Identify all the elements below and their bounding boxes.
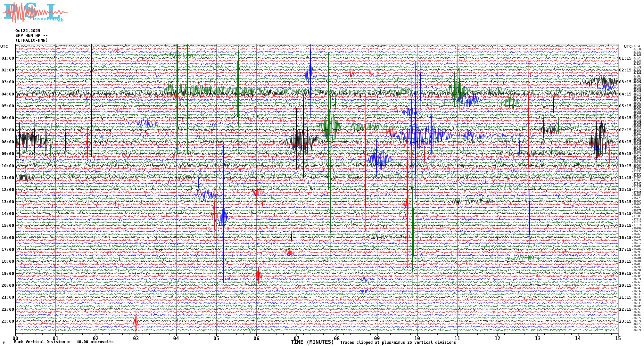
left-time-label: 17:00 [1, 247, 14, 251]
left-time-label: 11:00 [1, 175, 14, 180]
x-tick-label: 05 [213, 336, 219, 342]
x-tick-label: 03 [133, 336, 139, 342]
left-time-label: 20:00 [1, 283, 14, 287]
utc-label-right: UTC [624, 44, 632, 49]
left-time-label: 12:00 [1, 187, 14, 192]
header-station: (EFPALIO-HNN) [15, 38, 48, 43]
clip-note: Traces clipped at plus/minus 25 vertical… [340, 340, 456, 345]
left-time-label: 16:00 [1, 235, 14, 240]
trace-offset-value: -36874 [632, 328, 641, 332]
right-time-label: 05:15 [619, 103, 632, 108]
header-channel: EFP HNN HP -- [15, 33, 48, 38]
left-time-label: 10:00 [1, 163, 14, 168]
left-time-label: 03:00 [1, 79, 14, 84]
x-tick-label: 08 [334, 336, 340, 342]
left-time-label: 09:00 [1, 151, 14, 156]
x-tick-label: 12 [495, 336, 500, 342]
left-time-label: 21:00 [1, 295, 14, 300]
right-time-label: 01:15 [619, 55, 632, 60]
psl-logo: P atras S eismology L ab [3, 1, 68, 25]
left-time-label: 14:00 [1, 211, 14, 216]
utc-label-left: UTC [0, 44, 8, 49]
left-time-label: 08:00 [1, 139, 14, 144]
right-time-label: 04:15 [619, 91, 632, 96]
left-time-label: 19:00 [1, 271, 14, 276]
left-time-label: 15:00 [1, 223, 14, 228]
x-tick-label: 14 [575, 336, 581, 342]
seismogram-plot [0, 0, 644, 346]
right-time-label: 19:15 [619, 271, 632, 276]
x-tick-label: 04 [173, 336, 179, 342]
left-time-label: 13:00 [1, 199, 14, 204]
left-time-label: 04:00 [1, 91, 14, 96]
right-time-label: 18:15 [619, 259, 632, 264]
right-time-label: 11:15 [619, 175, 632, 180]
right-time-label: 13:15 [619, 199, 632, 204]
header-date: Oct22,2025 [15, 28, 40, 33]
left-time-label: 02:00 [1, 68, 14, 72]
right-time-label: 22:15 [619, 307, 632, 311]
left-time-label: 06:00 [1, 115, 14, 120]
x-tick-label: 06 [253, 336, 259, 342]
vertical-division-note: Each Vertical Division = 40.00 microvolt… [14, 340, 114, 344]
left-time-label: 07:00 [1, 127, 14, 132]
right-time-label: 17:15 [619, 247, 632, 251]
right-time-label: 08:15 [619, 139, 632, 144]
right-time-label: 07:15 [619, 127, 632, 132]
right-time-label: 16:15 [619, 235, 632, 240]
left-time-label: 22:00 [1, 307, 14, 311]
x-tick-label: 13 [535, 336, 541, 342]
logo-seismic-wave-icon [3, 1, 68, 25]
right-time-label: 02:15 [619, 68, 632, 72]
right-time-label: 23:15 [619, 318, 632, 323]
right-time-label: 14:15 [619, 211, 632, 216]
right-time-label: 15:15 [619, 223, 632, 228]
micro-scale-symbol: μ [3, 341, 4, 344]
right-time-label: 03:15 [619, 79, 632, 84]
right-time-label: 21:15 [619, 295, 632, 300]
right-time-label: 10:15 [619, 163, 632, 168]
left-time-label: 23:00 [1, 318, 14, 323]
time-axis-title: TIME (MINUTES) [291, 339, 334, 345]
left-time-label: 18:00 [1, 259, 14, 264]
x-tick-label: 15 [615, 336, 621, 342]
right-time-label: 12:15 [619, 187, 632, 192]
right-time-label: 06:15 [619, 115, 632, 120]
right-time-label: 09:15 [619, 151, 632, 156]
helicorder-page: P atras S eismology L ab Oct22,2025 EFP … [0, 0, 644, 346]
left-time-label: 01:00 [1, 55, 14, 60]
left-time-label: 05:00 [1, 103, 14, 108]
right-time-label: 20:15 [619, 283, 632, 287]
